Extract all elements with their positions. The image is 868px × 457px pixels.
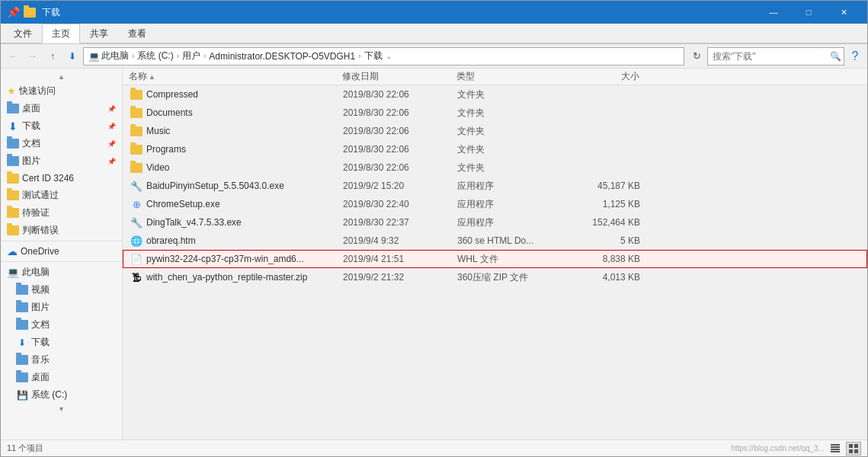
sidebar-quick-access[interactable]: ★ 快速访问	[1, 82, 122, 100]
sidebar-item-system-c[interactable]: 💾 系统 (C:)	[1, 386, 122, 404]
file-size-chrome: 1,125 KB	[564, 199, 640, 209]
file-type-music: 文件夹	[457, 125, 564, 138]
col-header-date[interactable]: 修改日期	[342, 70, 456, 83]
sidebar-item-documents[interactable]: 文档 📌	[1, 135, 122, 152]
address-bar: ← → ↑ ⬇ 💻 此电脑 › 系统 (C:) › 用户 › Administr…	[1, 44, 867, 69]
sidebar-item-pending[interactable]: 待验证	[1, 204, 122, 222]
tab-home[interactable]: 主页	[42, 24, 80, 43]
documents-folder-icon	[7, 138, 19, 150]
tab-share[interactable]: 共享	[80, 24, 118, 43]
sidebar-divider-2	[1, 261, 122, 262]
file-date-compressed: 2019/8/30 22:06	[343, 89, 457, 100]
file-row-chrome[interactable]: ⊕ ChromeSetup.exe 2019/8/30 22:40 应用程序 1…	[123, 195, 867, 213]
file-row-dingtalk[interactable]: 🔧 DingTalk_v4.7.5.33.exe 2019/8/30 22:37…	[123, 213, 867, 232]
zip-icon: 🗜	[130, 272, 143, 283]
sidebar: ▲ ★ 快速访问 桌面 📌 ⬇ 下载 📌	[1, 69, 123, 439]
sidebar-item-desktop2[interactable]: 桌面	[1, 369, 122, 386]
sidebar-item-documents2[interactable]: 文档	[1, 316, 122, 334]
status-bar: 11 个项目 https://blog.csdn.net/qq_3...	[1, 439, 867, 456]
file-row-music[interactable]: Music 2019/8/30 22:06 文件夹	[123, 122, 867, 140]
pin-downloads: 📌	[107, 123, 116, 130]
desktop2-folder-icon	[16, 372, 28, 384]
up-button[interactable]: ↑	[43, 47, 62, 66]
sidebar-item-desktop[interactable]: 桌面 📌	[1, 100, 122, 117]
testpass-folder-icon	[7, 190, 19, 202]
documents2-label: 文档	[31, 318, 50, 331]
back-button[interactable]: ←	[4, 47, 22, 66]
refresh-button[interactable]: ↻	[687, 47, 706, 66]
window: 📌 下载 — □ ✕ 文件 主页 共享 查看 ← → ↑ ⬇ 💻	[0, 0, 868, 457]
col-header-type[interactable]: 类型	[456, 70, 563, 83]
maximize-button[interactable]: □	[791, 1, 826, 24]
search-icon[interactable]: 🔍	[830, 51, 841, 62]
minimize-button[interactable]: —	[756, 1, 791, 24]
sidebar-onedrive[interactable]: ☁ OneDrive	[1, 243, 122, 260]
path-arrow-3: ›	[203, 52, 206, 60]
help-button[interactable]: ?	[846, 47, 864, 66]
file-date-documents: 2019/8/30 22:06	[343, 107, 457, 118]
file-name-music: Music	[146, 126, 343, 136]
sidebar-item-testpass[interactable]: 测试通过	[1, 187, 122, 204]
search-box[interactable]: 🔍	[707, 47, 844, 66]
title-bar-controls: — □ ✕	[756, 1, 861, 24]
pending-folder-icon	[7, 207, 19, 219]
file-row-video[interactable]: Video 2019/8/30 22:06 文件夹	[123, 158, 867, 177]
sidebar-scroll-down[interactable]: ▼	[1, 404, 122, 414]
details-view-icon	[830, 443, 841, 454]
forward-button[interactable]: →	[24, 47, 42, 66]
col-header-name[interactable]: 名称 ▲	[129, 70, 342, 83]
desktop-label: 桌面	[22, 102, 40, 115]
tab-view[interactable]: 查看	[118, 24, 156, 43]
file-row-pywin[interactable]: 📄 pywin32-224-cp37-cp37m-win_amd6... 201…	[123, 250, 867, 268]
pin-pictures: 📌	[107, 158, 116, 165]
path-system-c[interactable]: 系统 (C:)	[137, 50, 173, 62]
sidebar-item-certid[interactable]: Cert ID 3246	[1, 170, 122, 187]
window-title: 下载	[42, 6, 756, 19]
path-this-pc[interactable]: 💻 此电脑	[88, 50, 129, 62]
path-users[interactable]: 用户	[182, 50, 200, 62]
music-label: 音乐	[31, 353, 50, 366]
file-type-pywin: WHL 文件	[457, 253, 564, 266]
list-view-button[interactable]	[846, 442, 861, 455]
title-bar-icons: 📌	[7, 6, 36, 18]
main-content: ▲ ★ 快速访问 桌面 📌 ⬇ 下载 📌	[1, 69, 867, 439]
sidebar-item-video[interactable]: 视频	[1, 281, 122, 299]
file-row-zip[interactable]: 🗜 with_chen_ya-python_reptile-master.zip…	[123, 268, 867, 286]
file-size-baidu: 45,187 KB	[564, 181, 640, 191]
tab-file[interactable]: 文件	[4, 24, 42, 43]
sidebar-item-downloads[interactable]: ⬇ 下载 📌	[1, 117, 122, 135]
path-admin[interactable]: Administrator.DESKTOP-O5VDGH1	[209, 51, 355, 62]
title-bar: 📌 下载 — □ ✕	[1, 1, 867, 24]
sidebar-item-pictures2[interactable]: 图片	[1, 299, 122, 316]
sidebar-scroll-up[interactable]: ▲	[1, 72, 122, 82]
file-type-baidu: 应用程序	[457, 180, 564, 193]
pc-icon-path: 💻	[88, 51, 100, 62]
sidebar-item-downloads2[interactable]: ⬇ 下载	[1, 334, 122, 351]
pictures2-label: 图片	[31, 301, 50, 314]
status-right: https://blog.csdn.net/qq_3...	[731, 442, 861, 455]
file-row-programs[interactable]: Programs 2019/8/30 22:06 文件夹	[123, 140, 867, 158]
close-button[interactable]: ✕	[826, 1, 861, 24]
path-dropdown-arrow[interactable]: ⌄	[386, 52, 392, 60]
file-row-htm[interactable]: 🌐 obrareq.htm 2019/9/4 9:32 360 se HTML …	[123, 232, 867, 250]
file-row-compressed[interactable]: Compressed 2019/8/30 22:06 文件夹	[123, 85, 867, 104]
folder-icon-compressed	[130, 90, 143, 100]
search-input[interactable]	[713, 51, 827, 62]
file-type-compressed: 文件夹	[457, 88, 564, 101]
file-date-pywin: 2019/9/4 21:51	[343, 254, 457, 264]
sidebar-this-pc[interactable]: 💻 此电脑	[1, 264, 122, 281]
file-type-chrome: 应用程序	[457, 198, 564, 211]
downloads2-label: 下载	[31, 336, 50, 349]
sidebar-item-music[interactable]: 音乐	[1, 351, 122, 369]
file-size-htm: 5 KB	[564, 235, 640, 246]
file-row-documents[interactable]: Documents 2019/8/30 22:06 文件夹	[123, 104, 867, 122]
path-downloads[interactable]: 下载	[364, 50, 383, 62]
sidebar-item-errors[interactable]: 判断错误	[1, 222, 122, 239]
sidebar-item-pictures[interactable]: 图片 📌	[1, 152, 122, 170]
details-view-button[interactable]	[828, 442, 843, 455]
file-date-video: 2019/8/30 22:06	[343, 162, 457, 173]
address-path[interactable]: 💻 此电脑 › 系统 (C:) › 用户 › Administrator.DES…	[83, 47, 684, 66]
file-row-baidu[interactable]: 🔧 BaiduPinyinSetup_5.5.5043.0.exe 2019/9…	[123, 177, 867, 195]
file-type-documents: 文件夹	[457, 107, 564, 120]
col-header-size[interactable]: 大小	[563, 70, 639, 83]
